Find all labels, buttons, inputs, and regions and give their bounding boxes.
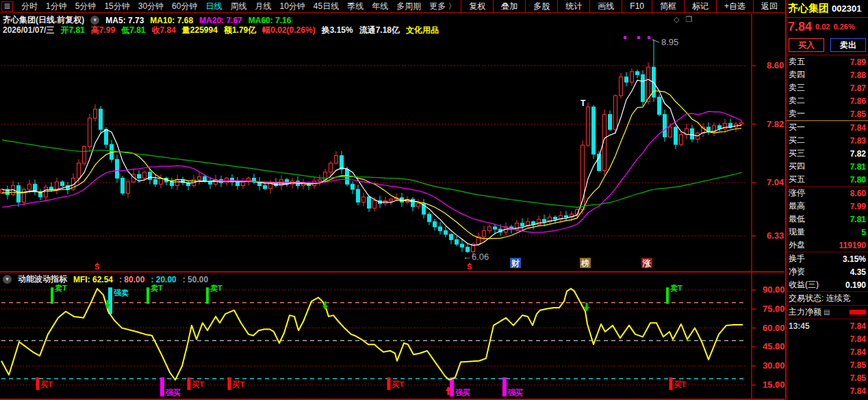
quote-row-涨停[interactable]: 涨停8.60 xyxy=(787,187,868,200)
toolbar-button-标记[interactable]: 标记 xyxy=(684,0,716,12)
quote-row-卖三[interactable]: 卖三7.87 xyxy=(787,81,868,94)
nav-period-3[interactable]: 15分钟 xyxy=(100,1,133,12)
quote-value: 7.89 xyxy=(850,57,866,67)
tick-trade-list[interactable]: 13:457.847.847.847.857.857.84 xyxy=(787,319,868,397)
nav-period-14[interactable]: 更多 〉 xyxy=(425,1,460,12)
quote-row-买五[interactable]: 买五7.80 xyxy=(787,173,868,186)
main-force-net-bar xyxy=(850,310,866,315)
toolbar-button-复权[interactable]: 复权 xyxy=(461,0,493,12)
tick-row-3: 7.85 xyxy=(787,358,868,371)
toolbar-button-简框[interactable]: 简框 xyxy=(652,0,684,12)
nav-period-1[interactable]: 1分钟 xyxy=(42,1,71,12)
quote-info-6: 额1.79亿 xyxy=(224,25,256,36)
indicator-header: ▾ 动能波动指标MFI: 62.54: 80.00: 20.00: 50.00 xyxy=(3,274,208,285)
quote-value: 7.82 xyxy=(850,149,866,159)
main-force-row[interactable]: 主力净额 ▤ xyxy=(787,306,868,319)
toolbar-button-画线[interactable]: 画线 xyxy=(589,0,622,12)
nav-period-11[interactable]: 季线 xyxy=(343,1,368,12)
diamond-icon[interactable]: ◇ xyxy=(674,15,679,24)
quote-row-买一[interactable]: 买一7.84 xyxy=(787,121,868,134)
quote-row-卖四[interactable]: 卖四7.88 xyxy=(787,68,868,81)
stock-code: 002301 xyxy=(832,3,861,14)
toolbar-button-返回[interactable]: 返回 xyxy=(753,0,785,12)
nav-period-5[interactable]: 60分钟 xyxy=(168,1,201,12)
quote-row-买二[interactable]: 买二7.83 xyxy=(787,134,868,147)
trade-buttons-row: 买入 卖出 xyxy=(787,36,868,55)
tick-row-5: 7.84 xyxy=(787,384,868,397)
strong-buy-label-0: 强买 xyxy=(166,388,181,397)
nav-period-8[interactable]: 月线 xyxy=(251,1,275,12)
list-icon[interactable]: ▤ xyxy=(824,308,830,316)
main-chart-canvas[interactable]: 8.607.827.046.338.95←6.06TSS财榜涨90.0075.0… xyxy=(0,0,785,400)
nav-period-4[interactable]: 30分钟 xyxy=(134,1,168,12)
window-split-icon[interactable]: ▥ xyxy=(1,1,13,12)
quote-row-外盘[interactable]: 外盘119190 xyxy=(787,239,868,252)
tick-price: 7.84 xyxy=(850,347,866,357)
toolbar-button-多股[interactable]: 多股 xyxy=(525,0,557,12)
buy-t-label-4: 买T xyxy=(674,380,687,388)
quote-label: 交易状态: 连续竞 xyxy=(789,293,851,304)
high-price-annotation: 8.95 xyxy=(661,37,678,47)
toolbar-button-+自选[interactable]: +自选 xyxy=(716,0,753,12)
nav-period-12[interactable]: 年线 xyxy=(368,1,392,12)
quote-row-交易状态: 连续竞[interactable]: 交易状态: 连续竞 xyxy=(787,292,868,305)
last-price: 7.84 xyxy=(788,20,812,34)
quote-label: 买三 xyxy=(789,148,805,159)
quote-row-买四[interactable]: 买四7.81 xyxy=(787,160,868,173)
low-price-annotation: ←6.06 xyxy=(463,252,489,262)
quote-row-买三[interactable]: 买三7.82 xyxy=(787,147,868,160)
quote-value: 0.190 xyxy=(845,280,866,290)
panel-borders xyxy=(0,14,784,399)
nav-period-9[interactable]: 10分钟 xyxy=(275,1,309,12)
quote-info-2: 高7.99 xyxy=(91,25,115,36)
nav-period-13[interactable]: 多周期 xyxy=(392,1,425,12)
strong-buy-label-2: 强买 xyxy=(508,388,523,397)
chevron-down-icon[interactable]: ▾ xyxy=(90,16,99,25)
quote-label: 买一 xyxy=(789,122,805,133)
tick-row-1: 7.84 xyxy=(787,332,868,345)
sub-axis-label: 75.00 xyxy=(763,304,785,314)
quote-value: 7.86 xyxy=(850,96,866,106)
quote-info-8: 换3.15% xyxy=(322,25,353,36)
quote-row-卖二[interactable]: 卖二7.86 xyxy=(787,94,868,107)
buy-t-label-3: 买T xyxy=(392,380,405,388)
quote-value: 8.60 xyxy=(850,189,866,198)
quote-row-卖五[interactable]: 卖五7.89 xyxy=(787,55,868,68)
quote-info-1: 开7.81 xyxy=(60,25,84,36)
quote-row-最高[interactable]: 最高7.99 xyxy=(787,200,868,213)
last-price-row: 7.84 0.02 0.26% xyxy=(787,18,868,36)
nav-period-2[interactable]: 5分钟 xyxy=(71,1,101,12)
quote-info-5: 量225994 xyxy=(182,25,218,36)
window-icon[interactable]: ❐ xyxy=(685,15,692,24)
chevron-down-icon[interactable]: ▾ xyxy=(3,275,12,284)
quote-row-净资[interactable]: 净资4.35 xyxy=(787,265,868,278)
toolbar-button-叠加[interactable]: 叠加 xyxy=(493,0,525,12)
quote-row-现量[interactable]: 现量5 xyxy=(787,226,868,239)
ma20-line xyxy=(2,111,741,232)
main-force-section: 主力净额 ▤ xyxy=(787,306,868,319)
buy-button[interactable]: 买入 xyxy=(789,38,824,52)
signal-arrows xyxy=(105,300,589,395)
toolbar-button-F10[interactable]: F10 xyxy=(622,0,652,12)
main-force-label: 主力净额 xyxy=(789,306,821,318)
nav-period-0[interactable]: 分时 xyxy=(17,1,42,12)
chart-corner-icons: ◇ ❐ xyxy=(674,15,692,24)
watermark-badge-榜: 榜 xyxy=(580,258,589,268)
toolbar-button-统计[interactable]: 统计 xyxy=(557,0,589,12)
quote-row-卖一[interactable]: 卖一7.85 xyxy=(787,107,868,120)
nav-period-10[interactable]: 45日线 xyxy=(309,1,343,12)
tick-row-0: 13:457.84 xyxy=(787,319,868,332)
sub-axis-label: 30.00 xyxy=(763,360,785,371)
quote-sections: 卖五7.89卖四7.88卖三7.87卖二7.86卖一7.85买一7.84买二7.… xyxy=(787,55,868,306)
main-axis-label: 7.04 xyxy=(767,177,784,187)
quote-row-最低[interactable]: 最低7.81 xyxy=(787,213,868,226)
candles-layer xyxy=(1,40,743,256)
nav-period-6[interactable]: 日线 xyxy=(201,1,226,12)
tick-price: 7.85 xyxy=(850,373,866,383)
strong-sell-label-0: 强卖 xyxy=(114,289,129,297)
nav-period-7[interactable]: 周线 xyxy=(226,1,251,12)
s-signal-marker-1: S xyxy=(467,263,472,271)
quote-row-换手[interactable]: 换手3.15% xyxy=(787,252,868,265)
quote-row-收益(三)[interactable]: 收益(三)0.190 xyxy=(787,278,868,291)
sell-button[interactable]: 卖出 xyxy=(830,38,866,52)
